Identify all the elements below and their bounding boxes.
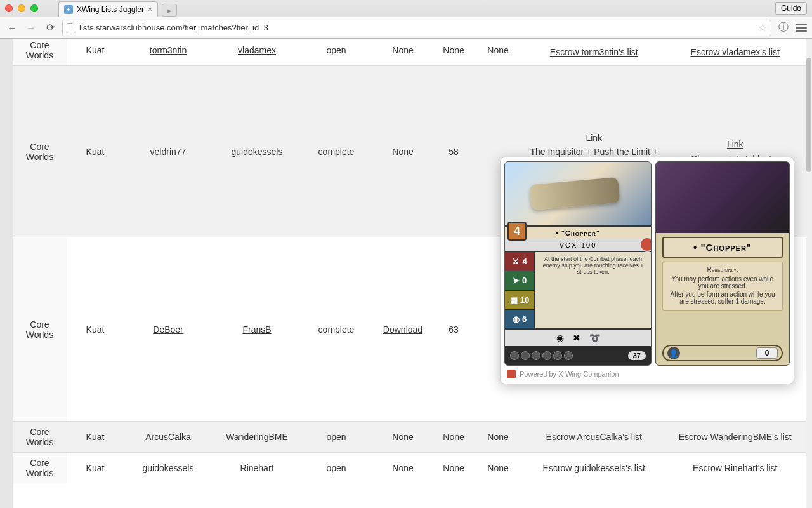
planet-cell: Kuat (67, 237, 124, 422)
score1-cell: None (435, 39, 473, 66)
crew-card: • "Chopper" Rebel only. You may perform … (655, 161, 790, 366)
table-row: Core WorldsKuattorm3ntinvladamexopenNone… (13, 39, 806, 66)
region-cell: Core Worlds (13, 453, 67, 484)
rebel-faction-icon (639, 237, 652, 252)
list2-cell[interactable]: Escrow WanderingBME's list (665, 422, 806, 453)
list1-cell[interactable]: Escrow ArcusCalka's list (523, 422, 665, 453)
pilot-skill-badge: 4 (508, 222, 527, 241)
crew-text: Rebel only. You may perform actions even… (662, 262, 783, 311)
crew-art (656, 162, 789, 233)
browser-chrome: Guido ✦ XWing Lists Juggler × ▸ ← → ⟳ ☆ … (0, 0, 812, 39)
companion-app-icon (507, 370, 516, 378)
target-lock-action-icon: ✖ (573, 333, 580, 343)
player1-cell: torm3ntin (124, 39, 213, 66)
pilot-ship: VCX-100 (505, 239, 651, 252)
maximize-window-button[interactable] (30, 4, 38, 12)
back-button[interactable]: ← (5, 21, 19, 35)
status-cell: complete (301, 66, 371, 237)
region-cell: Core Worlds (13, 422, 67, 453)
score2-cell: None (473, 453, 523, 484)
player-link[interactable]: veldrin77 (150, 147, 187, 157)
window-controls (5, 4, 38, 12)
pilot-art (505, 162, 651, 225)
scrollbar-thumb[interactable] (806, 58, 811, 172)
table-row: Core WorldsKuatguidokesselsRinehartopenN… (13, 453, 806, 484)
profile-button[interactable]: Guido (775, 2, 807, 15)
region-cell: Core Worlds (13, 237, 67, 422)
list2-cell[interactable]: Escrow Rinehart's list (665, 453, 806, 484)
vertical-scrollbar[interactable] (806, 39, 812, 508)
download-link[interactable]: Download (383, 324, 422, 335)
reload-button[interactable]: ⟳ (43, 21, 57, 35)
tooltip-footer: Powered by X-Wing Companion (504, 366, 790, 380)
bookmark-star-icon[interactable]: ☆ (758, 22, 767, 34)
agility-stat: ➤ 0 (505, 271, 534, 290)
download-cell: None (392, 45, 413, 55)
player-link[interactable]: vladamex (238, 45, 276, 55)
player1-cell: DeBoer (124, 237, 213, 422)
planet-cell: Kuat (67, 39, 124, 66)
player2-cell: WanderingBME (213, 422, 301, 453)
browser-toolbar: ← → ⟳ ☆ ⓘ (0, 17, 812, 38)
player2-cell: guidokessels (213, 66, 301, 237)
score1-cell: 63 (435, 237, 473, 422)
player2-cell: Rinehart (213, 453, 301, 484)
pilot-cost: 37 (628, 351, 646, 360)
pilot-ability-text: At the start of the Combat phase, each e… (534, 252, 651, 328)
player-link[interactable]: DeBoer (153, 324, 183, 335)
download-cell: None (392, 147, 413, 157)
list1-cell[interactable]: Escrow torm3ntin's list (523, 39, 665, 66)
status-cell: open (301, 39, 371, 66)
region-cell: Core Worlds (13, 39, 67, 66)
player-link[interactable]: FransB (242, 324, 271, 335)
score1-cell: None (435, 453, 473, 484)
player2-cell: vladamex (213, 39, 301, 66)
score1-cell: None (435, 422, 473, 453)
crew-cost: 0 (756, 347, 778, 359)
close-window-button[interactable] (5, 4, 13, 12)
pilot-name: • "Chopper" (505, 225, 651, 239)
download-cell: None (392, 463, 413, 473)
region-cell: Core Worlds (13, 66, 67, 237)
hull-stat: ▦ 10 (505, 291, 534, 310)
attack-stat: ⚔ 4 (505, 252, 534, 271)
player-link[interactable]: guidokessels (232, 147, 283, 157)
player1-cell: ArcusCalka (124, 422, 213, 453)
evade-action-icon: ➰ (589, 333, 600, 343)
focus-action-icon: ◉ (556, 333, 564, 343)
shield-stat: ◍ 6 (505, 310, 534, 328)
player2-cell: FransB (213, 237, 301, 422)
table-row: Core WorldsKuatArcusCalkaWanderingBMEope… (13, 422, 806, 453)
info-icon[interactable]: ⓘ (776, 21, 790, 34)
player-link[interactable]: torm3ntin (150, 45, 187, 55)
forward-button[interactable]: → (24, 21, 38, 35)
status-cell: complete (301, 237, 371, 422)
minimize-window-button[interactable] (18, 4, 25, 12)
planet-cell: Kuat (67, 453, 124, 484)
upgrade-slots (510, 351, 573, 360)
list2-cell[interactable]: Escrow vladamex's list (665, 39, 806, 66)
player-link[interactable]: guidokessels (143, 463, 194, 473)
player1-cell: guidokessels (124, 453, 213, 484)
status-cell: open (301, 422, 371, 453)
pilot-card: 4 • "Chopper" VCX-100 ⚔ 4 ➤ 0 ▦ 10 ◍ 6 A… (504, 161, 652, 366)
crew-slot-icon: 👤 (667, 347, 680, 359)
card-tooltip: 4 • "Chopper" VCX-100 ⚔ 4 ➤ 0 ▦ 10 ◍ 6 A… (500, 157, 794, 384)
download-cell: None (392, 432, 413, 442)
planet-cell: Kuat (67, 66, 124, 237)
score2-cell: None (473, 422, 523, 453)
page-icon (67, 23, 75, 32)
menu-icon[interactable] (796, 24, 807, 32)
score1-cell: 58 (435, 66, 473, 237)
player-link[interactable]: ArcusCalka (145, 432, 191, 442)
pilot-action-bar: ◉ ✖ ➰ (505, 328, 651, 346)
list1-cell[interactable]: Escrow guidokessels's list (523, 453, 665, 484)
url-input[interactable] (79, 23, 754, 32)
address-bar[interactable]: ☆ (62, 20, 771, 36)
player1-cell: veldrin77 (124, 66, 213, 237)
planet-cell: Kuat (67, 422, 124, 453)
player-link[interactable]: WanderingBME (226, 432, 288, 442)
score2-cell: None (473, 39, 523, 66)
player-link[interactable]: Rinehart (240, 463, 274, 473)
crew-name: • "Chopper" (662, 237, 783, 258)
